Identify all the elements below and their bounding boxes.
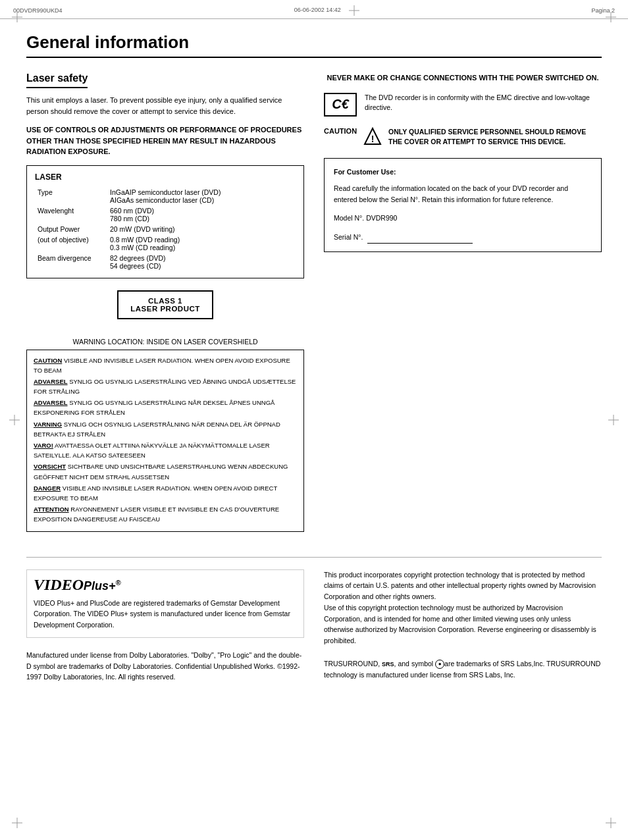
- videoplus-box: VIDEOPlus+® VIDEO Plus+ and PlusCode are…: [26, 569, 304, 638]
- page-header: 00DVDR990UKD4 06-06-2002 14:42 Pagina 2: [0, 0, 628, 19]
- laser-row-wavelength: Wavelenght 660 nm (DVD)780 nm (CD): [35, 205, 296, 224]
- never-make-title: NEVER MAKE OR CHANGE CONNECTIONS WITH TH…: [324, 72, 602, 84]
- caution-row: CAUTION ! ONLY QUALIFIED SERVICE PERSONN…: [324, 127, 602, 148]
- videoplus-logo: VIDEOPlus+®: [34, 577, 297, 592]
- laser-row-objective: (out of objective) 0.8 mW (DVD reading)0…: [35, 234, 296, 253]
- corner-mark-tr: [606, 12, 616, 22]
- video-text: VIDEO: [34, 576, 84, 593]
- laser-box-title: LASER: [35, 172, 296, 182]
- customer-use-title: For Customer Use:: [334, 167, 592, 178]
- class1-container: CLASS 1 LASER PRODUCT: [26, 290, 304, 328]
- laser-row-beam: Beam divergence 82 degrees (DVD)54 degre…: [35, 253, 296, 271]
- model-value: DVDR990: [366, 214, 397, 222]
- customer-use-box: For Customer Use: Read carefully the inf…: [324, 158, 602, 252]
- class1-box: CLASS 1 LASER PRODUCT: [117, 290, 213, 319]
- bottom-right: This product incorporates copyright prot…: [324, 569, 602, 683]
- section-title-laser-safety: Laser safety: [26, 72, 88, 88]
- bottom-section: VIDEOPlus+® VIDEO Plus+ and PlusCode are…: [26, 569, 602, 683]
- multilang-line-2: ADVARSEL SYNLIG OG USYNLIG LASERSTRÅLING…: [34, 398, 297, 417]
- multilang-line-0: CAUTION VISIBLE AND INVISIBLE LASER RADI…: [34, 355, 297, 375]
- serial-label: Serial N°.: [334, 233, 363, 241]
- laser-label-type: Type: [35, 187, 107, 205]
- dolby-section: Manufactured under license from Dolby La…: [26, 650, 304, 683]
- class1-line1: CLASS 1: [130, 297, 200, 305]
- lang-prefix-5: VORSICHT: [34, 463, 66, 470]
- laser-value-output: 20 mW (DVD writing): [107, 224, 296, 234]
- bottom-left: VIDEOPlus+® VIDEO Plus+ and PlusCode are…: [26, 569, 304, 683]
- serial-line: Serial N°.: [334, 232, 592, 244]
- page-title: General information: [26, 32, 602, 58]
- lang-prefix-1: ADVARSEL: [34, 378, 68, 385]
- header-center: 06-06-2002 14:42: [294, 5, 360, 16]
- laser-safety-intro: This unit employs a laser. To prevent po…: [26, 95, 304, 117]
- laser-spec-box: LASER Type InGaAIP semiconductor laser (…: [26, 165, 304, 278]
- corner-mark-bl: [12, 818, 22, 828]
- laser-label-output: Output Power: [35, 224, 107, 234]
- laser-row-type: Type InGaAIP semiconductor laser (DVD)AI…: [35, 187, 296, 205]
- corner-mark-tl: [12, 12, 22, 22]
- multilang-line-3: VARNING SYNLIG OCH OSYNLIG LASERSTRÅLNIN…: [34, 419, 297, 439]
- model-line: Model N°. DVDR990: [334, 213, 592, 224]
- multilang-line-4: VARO! AVATTAESSA OLET ALTTIINA NÄKYVÄLLE…: [34, 440, 297, 460]
- laser-spec-table: Type InGaAIP semiconductor laser (DVD)AI…: [35, 187, 296, 271]
- lang-prefix-3: VARNING: [34, 421, 62, 428]
- caution-label: CAUTION: [324, 127, 357, 135]
- multilang-line-6: DANGER VISIBLE AND INVISIBLE LASER RADIA…: [34, 483, 297, 503]
- srs-circle-icon: ●: [435, 660, 444, 669]
- laser-safety-bold-warning: USE OF CONTROLS OR ADJUSTMENTS OR PERFOR…: [26, 124, 304, 157]
- page-content: General information Laser safety This un…: [0, 19, 628, 702]
- lang-prefix-2: ADVARSEL: [34, 399, 68, 406]
- lang-prefix-7: ATTENTION: [34, 506, 69, 513]
- center-crosshair-icon: [349, 5, 359, 16]
- multilang-line-5: VORSICHT SICHTBARE UND UNSICHTBARE LASER…: [34, 461, 297, 481]
- warning-location: WARNING LOCATION: INSIDE ON LASER COVERS…: [26, 338, 304, 346]
- class1-line2: LASER PRODUCT: [130, 305, 200, 313]
- serial-underline: [367, 232, 473, 244]
- customer-use-body: Read carefully the information located o…: [334, 183, 592, 205]
- lang-prefix-6: DANGER: [34, 485, 61, 492]
- laser-value-objective: 0.8 mW (DVD reading)0.3 mW (CD reading): [107, 234, 296, 253]
- trusurround-text: TRUSURROUND, SRS, and symbol ●​are trade…: [324, 658, 602, 681]
- dolby-text: Manufactured under license from Dolby La…: [26, 650, 304, 683]
- trusurround-label: TRUSURROUND, SRS, and symbol ●: [324, 660, 444, 668]
- multilang-line-1: ADVARSEL SYNLIG OG USYNLIG LASERSTRÅLING…: [34, 377, 297, 396]
- multilang-line-7: ATTENTION RAYONNEMENT LASER VISIBLE ET I…: [34, 504, 297, 524]
- lang-prefix-4: VARO!: [34, 442, 53, 449]
- corner-mark-ml: [9, 415, 20, 425]
- model-label: Model N°.: [334, 214, 364, 222]
- right-column: NEVER MAKE OR CHANGE CONNECTIONS WITH TH…: [324, 72, 602, 545]
- laser-label-wavelength: Wavelenght: [35, 205, 107, 224]
- corner-mark-mr: [608, 415, 619, 425]
- plus-text: Plus+®: [84, 579, 121, 592]
- corner-mark-br: [606, 818, 616, 828]
- main-columns: Laser safety This unit employs a laser. …: [26, 72, 602, 545]
- left-column: Laser safety This unit employs a laser. …: [26, 72, 304, 545]
- laser-value-beam: 82 degrees (DVD)54 degrees (CD): [107, 253, 296, 271]
- multilang-warnings-box: CAUTION VISIBLE AND INVISIBLE LASER RADI…: [26, 350, 304, 532]
- laser-label-objective: (out of objective): [35, 234, 107, 253]
- lang-prefix-0: CAUTION: [34, 357, 62, 364]
- laser-safety-section: Laser safety This unit employs a laser. …: [26, 72, 304, 532]
- ce-mark-row: C€ The DVD recorder is in conformity wit…: [324, 93, 602, 117]
- videoplus-description: VIDEO Plus+ and PlusCode are registered …: [34, 598, 297, 631]
- srs-logo: SRS: [382, 661, 394, 668]
- svg-text:!: !: [371, 134, 375, 144]
- laser-row-output: Output Power 20 mW (DVD writing): [35, 224, 296, 234]
- laser-value-type: InGaAIP semiconductor laser (DVD)AIGaAs …: [107, 187, 296, 205]
- ce-text: The DVD recorder is in conformity with t…: [365, 93, 602, 114]
- laser-label-beam: Beam divergence: [35, 253, 107, 271]
- copyright-text: This product incorporates copyright prot…: [324, 569, 602, 647]
- caution-text: ONLY QUALIFIED SERVICE PERSONNEL SHOULD …: [388, 127, 602, 148]
- caution-triangle-icon: !: [363, 127, 382, 145]
- ce-mark: C€: [324, 93, 357, 117]
- section-divider: [26, 557, 602, 558]
- laser-value-wavelength: 660 nm (DVD)780 nm (CD): [107, 205, 296, 224]
